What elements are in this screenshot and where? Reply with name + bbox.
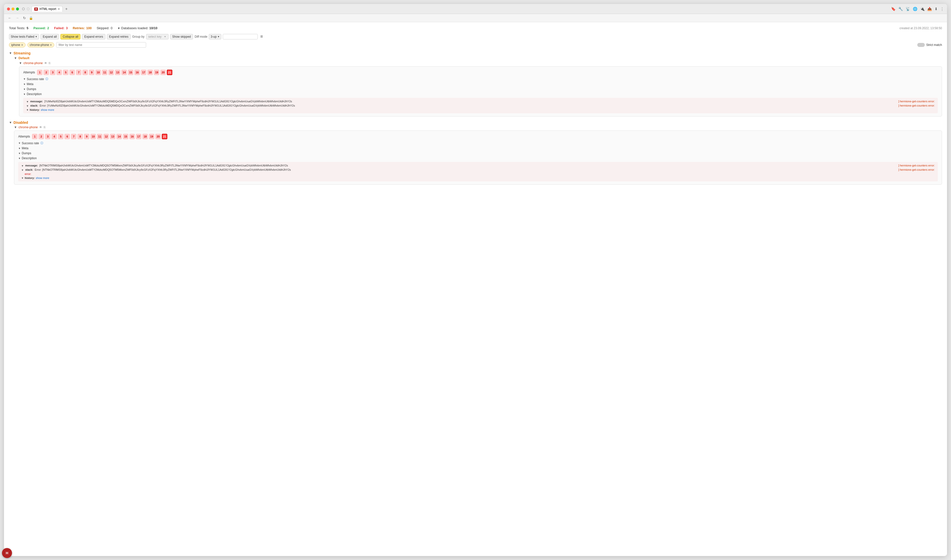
attempt-15[interactable]: 15 — [128, 70, 133, 75]
chrome-icon[interactable]: 🌐 — [913, 7, 917, 11]
select-key-dropdown[interactable]: select key ▼ — [146, 34, 169, 39]
dis-description-row[interactable]: ▼ Description — [18, 157, 938, 160]
dis-attempt-13[interactable]: 13 — [110, 134, 116, 139]
attempt-8[interactable]: 8 — [82, 70, 88, 75]
disabled-eye-icon[interactable]: 👁 — [39, 126, 42, 129]
dis-attempt-11[interactable]: 11 — [97, 134, 102, 139]
attempt-17[interactable]: 17 — [141, 70, 146, 75]
streaming-header[interactable]: ▼ Streaming — [9, 51, 942, 55]
dis-meta-row[interactable]: ▼ Meta — [18, 146, 938, 150]
attempt-3[interactable]: 3 — [50, 70, 55, 75]
strict-match-switch[interactable] — [917, 43, 925, 47]
expand-errors-button[interactable]: Expand errors — [82, 34, 105, 39]
dis-show-more-link[interactable]: show more — [36, 177, 49, 179]
success-rate-help-icon[interactable]: ⓘ — [45, 77, 48, 81]
expand-retries-button[interactable]: Expand retries — [107, 34, 131, 39]
share-icon[interactable]: 📤 — [927, 7, 932, 11]
extension-icon[interactable]: 🔧 — [898, 7, 903, 11]
reload-button[interactable]: ↻ — [22, 15, 27, 20]
dis-attempt-21-last[interactable]: 21 — [162, 134, 167, 139]
attempt-6[interactable]: 6 — [69, 70, 75, 75]
cast-icon[interactable]: 📡 — [906, 7, 910, 11]
bookmark-icon[interactable]: 🔖 — [891, 7, 896, 11]
dis-attempt-15[interactable]: 15 — [123, 134, 128, 139]
dis-attempt-8[interactable]: 8 — [77, 134, 83, 139]
back-icon[interactable]: ⬡ — [22, 7, 25, 11]
attempt-14[interactable]: 14 — [121, 70, 127, 75]
attempt-19[interactable]: 19 — [154, 70, 159, 75]
chrome-phone-collapse-icon[interactable]: ▼ — [19, 62, 22, 65]
search-input[interactable] — [223, 34, 258, 39]
hamburger-menu-icon[interactable]: ≡ — [259, 34, 264, 40]
dis-attempt-1[interactable]: 1 — [32, 134, 37, 139]
show-skipped-button[interactable]: Show skipped — [170, 34, 193, 39]
dis-dumps-row[interactable]: ▼ Dumps — [18, 151, 938, 155]
message-expand-icon[interactable]: ▼ — [26, 100, 29, 103]
dis-attempt-6[interactable]: 6 — [65, 134, 70, 139]
attempt-7[interactable]: 7 — [76, 70, 82, 75]
tag-chrome-phone-remove-button[interactable]: ✕ — [50, 43, 52, 47]
dis-attempt-12[interactable]: 12 — [103, 134, 109, 139]
attempt-18[interactable]: 18 — [147, 70, 153, 75]
dumps-row[interactable]: ▼ Dumps — [23, 87, 938, 91]
attempt-12[interactable]: 12 — [108, 70, 114, 75]
back-nav-button[interactable]: ← — [7, 15, 12, 20]
eye-icon[interactable]: 👁 — [44, 62, 47, 65]
dis-attempt-14[interactable]: 14 — [116, 134, 122, 139]
attempt-5[interactable]: 5 — [63, 70, 68, 75]
databases-loaded[interactable]: ▼ Databases loaded: 10/10 — [117, 26, 157, 30]
diff-mode-dropdown[interactable]: 3-up ▼ — [209, 34, 221, 39]
dis-stack-expand-icon[interactable]: ▼ — [21, 169, 24, 171]
attempt-4[interactable]: 4 — [56, 70, 62, 75]
filter-by-name-input[interactable] — [56, 42, 146, 48]
dis-attempt-17[interactable]: 17 — [136, 134, 141, 139]
description-row[interactable]: ▼ Description — [23, 92, 938, 96]
dis-message-expand-icon[interactable]: ▼ — [21, 165, 24, 167]
tab-close-button[interactable]: ✕ — [58, 8, 60, 11]
disabled-chrome-phone-collapse-icon[interactable]: ▼ — [14, 126, 17, 129]
dis-attempt-19[interactable]: 19 — [149, 134, 154, 139]
show-tests-dropdown[interactable]: Show tests Failed ▼ — [9, 34, 39, 39]
history-row[interactable]: ▼ history: show more — [26, 108, 935, 111]
expand-all-button[interactable]: Expand all — [40, 34, 59, 39]
attempt-9[interactable]: 9 — [89, 70, 94, 75]
disabled-copy-icon[interactable]: ⎘ — [44, 126, 45, 129]
attempt-13[interactable]: 13 — [115, 70, 120, 75]
hermione-fab-button[interactable]: H — [4, 548, 12, 556]
maximize-button[interactable] — [16, 8, 19, 11]
dis-attempt-2[interactable]: 2 — [39, 134, 44, 139]
attempt-10[interactable]: 10 — [96, 70, 101, 75]
forward-icon[interactable]: ⬡ — [27, 7, 29, 11]
attempt-1[interactable]: 1 — [37, 70, 42, 75]
dis-attempt-3[interactable]: 3 — [45, 134, 51, 139]
stack-expand-icon[interactable]: ▼ — [26, 105, 29, 107]
show-more-link[interactable]: show more — [41, 108, 54, 111]
active-tab[interactable]: H HTML report ✕ — [31, 6, 63, 12]
dis-attempt-9[interactable]: 9 — [84, 134, 89, 139]
tag-iphone-remove-button[interactable]: ✕ — [21, 43, 23, 47]
dis-attempt-5[interactable]: 5 — [58, 134, 63, 139]
menu-dots-icon[interactable]: ⋮ — [940, 7, 944, 11]
disabled-header[interactable]: ▼ Disabled — [9, 120, 942, 125]
dis-success-rate-help-icon[interactable]: ⓘ — [40, 141, 43, 145]
new-tab-button[interactable]: + — [64, 6, 69, 12]
attempt-11[interactable]: 11 — [102, 70, 107, 75]
attempt-20[interactable]: 20 — [160, 70, 166, 75]
dis-attempt-7[interactable]: 7 — [71, 134, 76, 139]
dis-attempt-20[interactable]: 20 — [155, 134, 161, 139]
minimize-button[interactable] — [11, 8, 14, 11]
success-rate-row[interactable]: ▼ Success rate ⓘ — [23, 77, 938, 81]
collapse-all-button[interactable]: Collapse all — [60, 34, 80, 39]
dis-attempt-10[interactable]: 10 — [90, 134, 96, 139]
dis-attempt-18[interactable]: 18 — [142, 134, 148, 139]
copy-icon[interactable]: ⎘ — [49, 62, 51, 65]
attempt-2[interactable]: 2 — [43, 70, 49, 75]
attempt-21-last[interactable]: 21 — [167, 70, 172, 75]
forward-nav-button[interactable]: → — [14, 15, 20, 20]
extension2-icon[interactable]: 🔌 — [920, 7, 925, 11]
dis-history-row[interactable]: ▼ history: show more — [21, 177, 935, 179]
dis-success-rate-row[interactable]: ▼ Success rate ⓘ — [18, 141, 938, 145]
close-button[interactable] — [7, 8, 10, 11]
dis-attempt-16[interactable]: 16 — [129, 134, 135, 139]
download-icon[interactable]: ⬇ — [934, 7, 938, 11]
